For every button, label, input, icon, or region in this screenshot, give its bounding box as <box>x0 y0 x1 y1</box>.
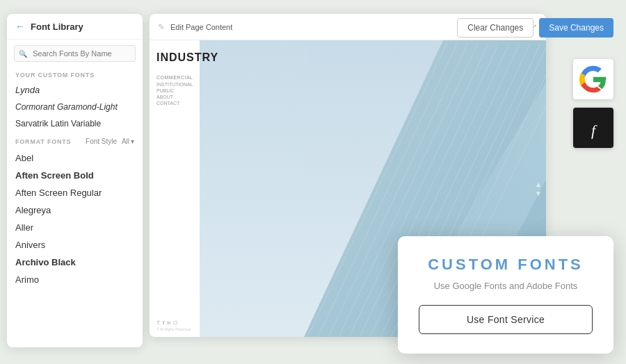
font-style-label: Font Style <box>86 138 117 145</box>
search-box[interactable]: 🔍 <box>14 45 136 62</box>
preview-sidebar: INDUSTRY COMMERCIAL INSTITUTIONAL PUBLIC… <box>150 40 200 337</box>
font-item-aften-bold[interactable]: Aften Screen Bold <box>7 167 143 184</box>
modal-subtitle: Use Google Fonts and Adobe Fonts <box>419 281 593 291</box>
preview-copyright: © All Rights Reserved <box>156 327 191 331</box>
font-style-value: All <box>122 138 129 145</box>
toolbar-title: Edit Page Content <box>170 23 488 31</box>
twitter-icon: 𝕋 <box>156 320 160 326</box>
linkedin-icon: in <box>167 320 170 326</box>
font-style-select[interactable]: Font Style All ▾ <box>86 138 134 145</box>
scroll-up-icon: ▲ <box>535 181 542 188</box>
adobe-fonts-icon: f <box>581 116 605 140</box>
custom-font-sarvatrik[interactable]: Sarvatrik Latin Variable <box>7 115 143 132</box>
custom-fonts-label: YOUR CUSTOM FONTS <box>7 67 143 81</box>
clear-changes-button[interactable]: Clear Changes <box>457 18 533 38</box>
search-input[interactable] <box>14 45 136 62</box>
instagram-icon: ☐ <box>173 320 177 326</box>
preview-nav-label: COMMERCIAL <box>156 75 193 80</box>
preview-nav-about: ABOUT <box>156 94 193 99</box>
font-item-anivers[interactable]: Anivers <box>7 236 143 254</box>
format-header: FORMAT FONTS Font Style All ▾ <box>7 132 143 148</box>
preview-nav-contact: CONTACT <box>156 101 193 106</box>
preview-nav-public: PUBLIC <box>156 88 193 93</box>
facebook-icon: 𝐟 <box>163 320 164 326</box>
preview-social-links: 𝕋 𝐟 in ☐ <box>156 320 177 326</box>
font-item-alegreya[interactable]: Alegreya <box>7 201 143 219</box>
font-library-title: Font Library <box>31 22 83 32</box>
preview-site-name: INDUSTRY <box>156 51 193 64</box>
modal-title: CUSTOM FONTS <box>419 256 593 274</box>
font-item-arimo[interactable]: Arimo <box>7 271 143 288</box>
chevron-down-icon: ▾ <box>131 138 134 145</box>
font-item-aften-regular[interactable]: Aften Screen Regular <box>7 184 143 201</box>
font-library-header: ← Font Library <box>7 14 143 40</box>
font-item-archivo[interactable]: Archivo Black <box>7 254 143 271</box>
custom-fonts-modal: CUSTOM FONTS Use Google Fonts and Adobe … <box>398 236 613 354</box>
font-item-abel[interactable]: Abel <box>7 149 143 167</box>
scroll-indicator: ▲ ▼ <box>535 181 542 197</box>
google-icon <box>579 65 607 93</box>
custom-font-lynda[interactable]: Lynda <box>7 81 143 99</box>
google-logo <box>573 59 613 99</box>
preview-nav-institutional: INSTITUTIONAL <box>156 82 193 87</box>
top-buttons: Clear Changes Save Changes <box>457 18 613 38</box>
custom-font-cormorant[interactable]: Cormorant Garamond-Light <box>7 99 143 115</box>
font-list: Abel Aften Screen Bold Aften Screen Regu… <box>7 148 143 347</box>
use-font-service-button[interactable]: Use Font Service <box>419 305 593 334</box>
back-arrow-icon[interactable]: ← <box>15 21 25 32</box>
save-changes-button[interactable]: Save Changes <box>539 18 613 38</box>
search-icon: 🔍 <box>19 50 27 58</box>
adobe-logo: f <box>573 108 613 148</box>
font-item-aller[interactable]: Aller <box>7 219 143 236</box>
edit-icon: ✎ <box>158 22 165 32</box>
format-fonts-label: FORMAT FONTS <box>15 138 71 145</box>
font-library-panel: ← Font Library 🔍 YOUR CUSTOM FONTS Lynda… <box>7 14 143 347</box>
scroll-down-icon: ▼ <box>535 190 542 197</box>
